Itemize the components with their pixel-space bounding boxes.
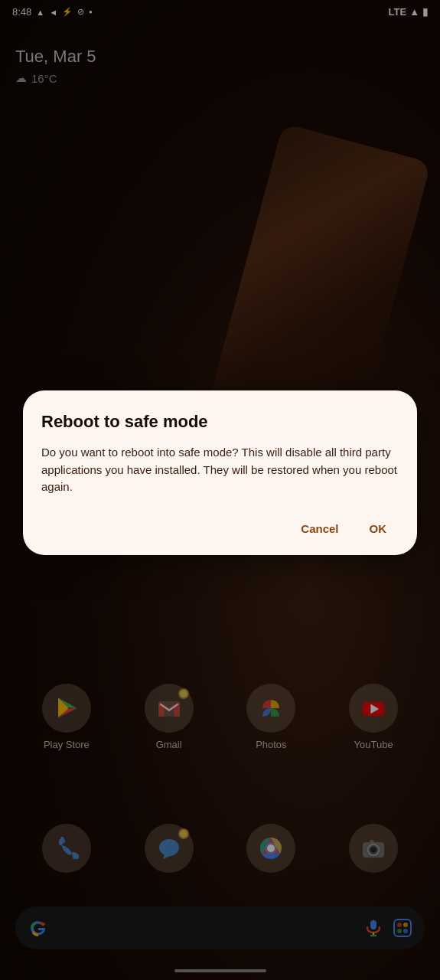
dialog-buttons: Cancel OK [41, 514, 399, 543]
dialog-title: Reboot to safe mode [41, 412, 399, 432]
dialog-overlay: Reboot to safe mode Do you want to reboo… [0, 0, 440, 980]
ok-button[interactable]: OK [357, 514, 399, 543]
cancel-button[interactable]: Cancel [288, 514, 350, 543]
dialog-body: Do you want to reboot into safe mode? Th… [41, 444, 399, 496]
reboot-dialog: Reboot to safe mode Do you want to reboo… [23, 390, 417, 555]
